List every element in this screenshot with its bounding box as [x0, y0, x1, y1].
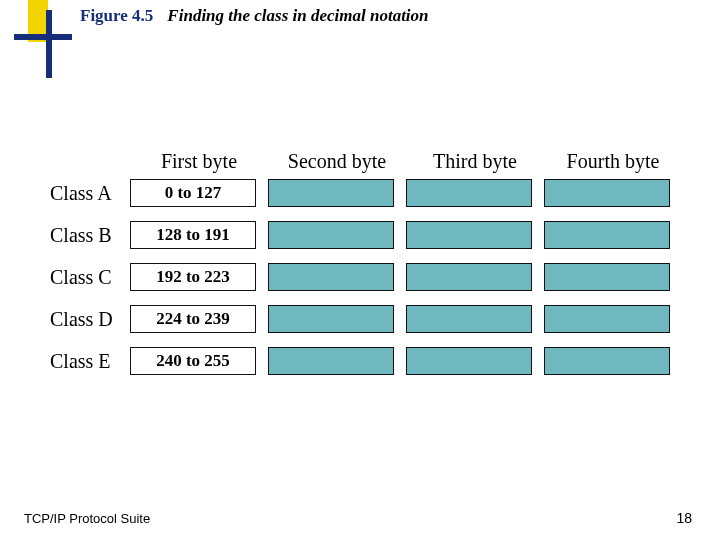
- table-row: Class E 240 to 255: [50, 347, 682, 375]
- byte-cell-empty: [406, 305, 532, 333]
- class-label: Class C: [50, 266, 130, 289]
- first-byte-range: 240 to 255: [130, 347, 256, 375]
- figure-number: Figure 4.5: [80, 6, 153, 26]
- first-byte-range: 128 to 191: [130, 221, 256, 249]
- table-row: Class A 0 to 127: [50, 179, 682, 207]
- header-second-byte: Second byte: [268, 150, 406, 179]
- byte-cell-empty: [544, 263, 670, 291]
- header-third-byte: Third byte: [406, 150, 544, 179]
- class-label: Class D: [50, 308, 130, 331]
- byte-cell-empty: [268, 221, 394, 249]
- class-label: Class E: [50, 350, 130, 373]
- figure-caption: Finding the class in decimal notation: [167, 6, 428, 26]
- table-row: Class D 224 to 239: [50, 305, 682, 333]
- class-label: Class A: [50, 182, 130, 205]
- byte-cell-empty: [406, 179, 532, 207]
- first-byte-range: 0 to 127: [130, 179, 256, 207]
- byte-cell-empty: [544, 305, 670, 333]
- first-byte-range: 224 to 239: [130, 305, 256, 333]
- byte-cell-empty: [268, 263, 394, 291]
- byte-cell-empty: [268, 179, 394, 207]
- byte-column-headers: First byte Second byte Third byte Fourth…: [130, 150, 682, 179]
- byte-cell-empty: [544, 179, 670, 207]
- table-row: Class C 192 to 223: [50, 263, 682, 291]
- class-range-table: First byte Second byte Third byte Fourth…: [50, 150, 682, 389]
- header-fourth-byte: Fourth byte: [544, 150, 682, 179]
- header-first-byte: First byte: [130, 150, 268, 179]
- slide-corner-graphic: [14, 0, 62, 80]
- corner-vertical-bar: [46, 10, 52, 78]
- byte-cell-empty: [544, 221, 670, 249]
- class-label: Class B: [50, 224, 130, 247]
- corner-horizontal-bar: [14, 34, 72, 40]
- table-row: Class B 128 to 191: [50, 221, 682, 249]
- byte-cell-empty: [406, 347, 532, 375]
- first-byte-range: 192 to 223: [130, 263, 256, 291]
- byte-cell-empty: [406, 221, 532, 249]
- byte-cell-empty: [268, 347, 394, 375]
- page-number: 18: [676, 510, 692, 526]
- byte-cell-empty: [406, 263, 532, 291]
- figure-title-row: Figure 4.5 Finding the class in decimal …: [80, 6, 429, 26]
- byte-cell-empty: [544, 347, 670, 375]
- footer-text: TCP/IP Protocol Suite: [24, 511, 150, 526]
- byte-cell-empty: [268, 305, 394, 333]
